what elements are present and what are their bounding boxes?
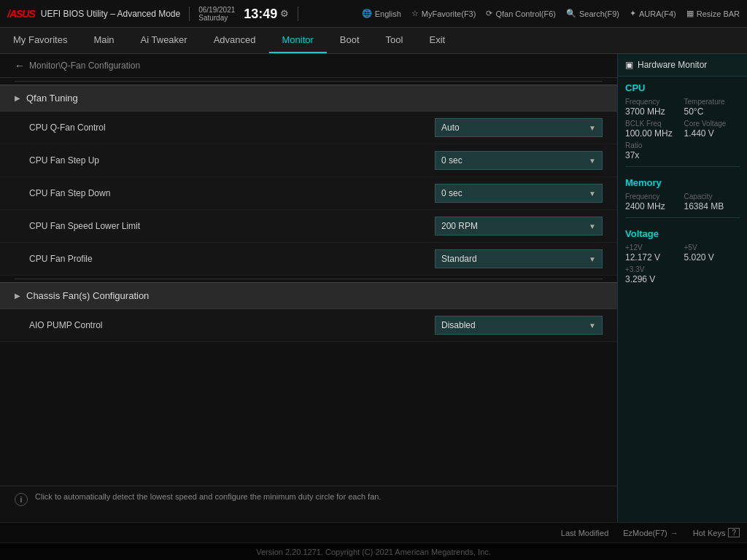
chassis-section-header[interactable]: ▶ Chassis Fan(s) Configuration — [0, 282, 617, 309]
hw-volt-label-33v: +3.3V — [625, 265, 740, 273]
hw-divider-2 — [625, 217, 740, 218]
hw-cpu-col-right-0: Temperature 50°C — [684, 98, 740, 117]
hw-volt-row-0: +12V 12.172 V +5V 5.020 V — [618, 242, 747, 264]
chassis-section-title: Chassis Fan(s) Configuration — [26, 290, 149, 301]
hw-volt-value-12v: 12.172 V — [625, 252, 681, 262]
qfan-label: Qfan Control(F6) — [495, 9, 556, 18]
search-icon: 🔍 — [566, 9, 576, 18]
topbar-language[interactable]: 🌐 English — [362, 9, 401, 18]
nav-my-favorites[interactable]: My Favorites — [0, 28, 80, 53]
aio-pump-dropdown-arrow: ▼ — [589, 322, 596, 330]
breadcrumb-path: Monitor\Q-Fan Configuration — [29, 61, 140, 71]
cpu-fan-speed-dropdown[interactable]: 200 RPM ▼ — [435, 217, 603, 236]
resizebar-label: Resize BAR — [697, 9, 740, 18]
nav-exit[interactable]: Exit — [416, 28, 458, 53]
cpu-fan-profile-dropdown[interactable]: Standard ▼ — [435, 249, 603, 268]
hw-mem-label-freq: Frequency — [625, 192, 681, 201]
chassis-expand-icon: ▶ — [15, 292, 20, 300]
aura-label: AURA(F4) — [639, 9, 676, 18]
last-modified-item: Last Modified — [561, 529, 608, 537]
cpu-fan-stepdown-dropdown[interactable]: 0 sec ▼ — [435, 184, 603, 203]
cpu-fan-stepdown-value: 0 sec ▼ — [435, 184, 603, 203]
topbar-qfan[interactable]: ⟳ Qfan Control(F6) — [486, 9, 556, 18]
hw-cpu-value-ratio: 37x — [625, 150, 740, 160]
hw-volt-col-right-0: +5V 5.020 V — [684, 244, 740, 262]
hot-keys-item[interactable]: Hot Keys ? — [693, 528, 740, 537]
info-bar: i Click to automatically detect the lowe… — [0, 486, 617, 522]
nav-ai-tweaker[interactable]: Ai Tweaker — [128, 28, 201, 53]
cpu-fan-stepup-dropdown[interactable]: 0 sec ▼ — [435, 151, 603, 170]
hw-volt-label-12v: +12V — [625, 244, 681, 252]
nav-main[interactable]: Main — [80, 28, 127, 53]
cpu-fan-profile-dropdown-text: Standard — [441, 254, 477, 264]
cpu-fan-profile-row: CPU Fan Profile Standard ▼ — [0, 243, 617, 276]
settings-icon[interactable]: ⚙ — [280, 8, 289, 19]
nav-advanced[interactable]: Advanced — [201, 28, 269, 53]
datetime-area: 06/19/2021 Saturday — [198, 6, 235, 22]
hw-cpu-label-ratio: Ratio — [625, 141, 740, 149]
cpu-qfan-dropdown-arrow: ▼ — [589, 124, 596, 132]
cpu-qfan-label: CPU Q-Fan Control — [29, 122, 435, 133]
nav-monitor[interactable]: Monitor — [269, 28, 327, 53]
cpu-fan-profile-label: CPU Fan Profile — [29, 254, 435, 264]
hw-cpu-label-bclk: BCLK Freq — [625, 120, 681, 128]
breadcrumb: ← Monitor\Q-Fan Configuration — [0, 54, 617, 78]
logo-area: /ASUS UEFI BIOS Utility – Advanced Mode — [7, 8, 180, 20]
nav-tool[interactable]: Tool — [373, 28, 417, 53]
qfan-expand-icon: ▶ — [15, 94, 20, 102]
hw-volt-value-33v: 3.296 V — [625, 274, 740, 284]
hw-cpu-col-left-0: Frequency 3700 MHz — [625, 98, 681, 117]
hw-mem-value-freq: 2400 MHz — [625, 201, 681, 211]
topbar-myfavorite[interactable]: ☆ MyFavorite(F3) — [411, 9, 476, 18]
hw-cpu-value-corevolt: 1.440 V — [684, 128, 740, 139]
hw-monitor-label: Hardware Monitor — [638, 60, 707, 70]
nav-boot[interactable]: Boot — [327, 28, 373, 53]
cpu-fan-speed-dropdown-text: 200 RPM — [441, 221, 478, 231]
topbar-resizebar[interactable]: ▦ Resize BAR — [686, 9, 740, 18]
cpu-qfan-dropdown[interactable]: Auto ▼ — [435, 118, 603, 137]
topbar-search[interactable]: 🔍 Search(F9) — [566, 9, 619, 18]
nav-label-exit: Exit — [429, 34, 445, 45]
nav-label-main: Main — [93, 34, 114, 45]
mid-divider — [15, 279, 603, 279]
hw-volt-value-5v: 5.020 V — [684, 252, 740, 262]
cpu-fan-stepdown-row: CPU Fan Step Down 0 sec ▼ — [0, 177, 617, 210]
back-arrow-icon[interactable]: ← — [15, 60, 25, 71]
hw-divider-1 — [625, 166, 740, 167]
hw-volt-label-5v: +5V — [684, 244, 740, 252]
topbar-aura[interactable]: ✦ AURA(F4) — [630, 9, 676, 18]
hw-cpu-label-corevolt: Core Voltage — [684, 120, 740, 128]
hw-volt-row-1: +3.3V 3.296 V — [618, 264, 747, 286]
content-area: ← Monitor\Q-Fan Configuration ▶ Qfan Tun… — [0, 54, 747, 522]
footer-text: Version 2.20.1271. Copyright (C) 2021 Am… — [256, 548, 491, 556]
aio-pump-row: AIO PUMP Control Disabled ▼ — [0, 309, 617, 342]
cpu-fan-stepup-dropdown-text: 0 sec — [441, 155, 462, 166]
hw-cpu-title: CPU — [618, 77, 747, 96]
nav-label-favorites: My Favorites — [13, 34, 67, 45]
qfan-section-header[interactable]: ▶ Qfan Tuning — [0, 85, 617, 112]
cpu-fan-stepup-label: CPU Fan Step Up — [29, 155, 435, 166]
hw-mem-label-cap: Capacity — [684, 192, 740, 201]
settings-area: ▶ Qfan Tuning CPU Q-Fan Control Auto ▼ — [0, 78, 617, 486]
asus-logo: /ASUS — [7, 8, 35, 20]
hw-mem-col-right-0: Capacity 16384 MB — [684, 192, 740, 211]
qfan-section-title: Qfan Tuning — [26, 93, 78, 104]
qfan-icon: ⟳ — [486, 9, 492, 18]
hw-cpu-value-bclk: 100.00 MHz — [625, 128, 681, 139]
hw-voltage-title: Voltage — [618, 222, 747, 242]
footer-bar: Version 2.20.1271. Copyright (C) 2021 Am… — [0, 542, 747, 560]
hw-monitor-icon: ▣ — [625, 60, 633, 70]
date-display: 06/19/2021 — [198, 6, 235, 14]
ez-mode-icon: → — [670, 529, 678, 537]
cpu-fan-stepdown-dropdown-text: 0 sec — [441, 188, 462, 198]
time-display: 13:49 — [244, 7, 277, 20]
last-modified-label: Last Modified — [561, 529, 608, 537]
info-text: Click to automatically detect the lowest… — [35, 492, 381, 501]
language-label: English — [375, 9, 401, 18]
nav-label-tool: Tool — [386, 34, 403, 45]
nav-label-boot: Boot — [340, 34, 360, 45]
hw-cpu-col-right-1: Core Voltage 1.440 V — [684, 120, 740, 139]
aio-pump-dropdown[interactable]: Disabled ▼ — [435, 316, 603, 335]
cpu-fan-speed-label: CPU Fan Speed Lower Limit — [29, 221, 435, 231]
ez-mode-item[interactable]: EzMode(F7) → — [623, 529, 678, 537]
